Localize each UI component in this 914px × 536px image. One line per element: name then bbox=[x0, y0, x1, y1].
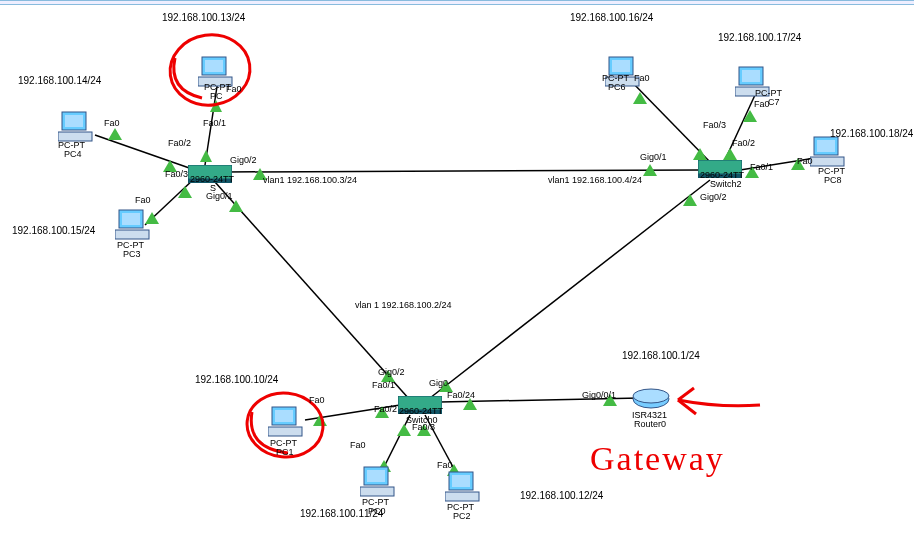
svg-rect-54 bbox=[742, 70, 760, 82]
name-sw2: Switch2 bbox=[710, 179, 742, 189]
svg-marker-14 bbox=[200, 150, 212, 162]
port-sw2-fa01: Fa0/1 bbox=[750, 162, 773, 172]
ip-pc8: 192.168.100.18/24 bbox=[830, 128, 913, 139]
vlan-sw2: vlan1 192.168.100.4/24 bbox=[548, 175, 642, 185]
svg-marker-31 bbox=[313, 414, 327, 426]
ip-pc6: 192.168.100.16/24 bbox=[570, 12, 653, 23]
pc-icon-pc8[interactable] bbox=[810, 135, 846, 169]
port-s-gig01: Gig0/1 bbox=[206, 191, 233, 201]
svg-marker-18 bbox=[178, 186, 192, 198]
svg-line-7 bbox=[725, 95, 755, 160]
svg-marker-13 bbox=[210, 100, 222, 112]
port-sw2-gig01: Gig0/1 bbox=[640, 152, 667, 162]
svg-rect-64 bbox=[360, 487, 394, 496]
svg-marker-21 bbox=[229, 200, 243, 212]
vlan-sw0: vlan 1 192.168.100.2/24 bbox=[355, 300, 452, 310]
svg-rect-67 bbox=[445, 492, 479, 501]
name-c7: C7 bbox=[768, 97, 780, 107]
name-pc0: PC0 bbox=[368, 506, 386, 516]
ip-pc1: 192.168.100.10/24 bbox=[195, 374, 278, 385]
svg-line-2 bbox=[145, 178, 195, 225]
port-sw0-fa03: Fa0/3 bbox=[412, 422, 435, 432]
port-pc8-fa0: Fa0 bbox=[797, 156, 813, 166]
svg-rect-58 bbox=[810, 157, 844, 166]
port-sw0-gig02: Gig0/2 bbox=[378, 367, 405, 377]
svg-marker-34 bbox=[397, 424, 411, 436]
svg-rect-60 bbox=[275, 410, 293, 422]
port-pc3-fa0: Fa0 bbox=[135, 195, 151, 205]
ip-c7: 192.168.100.17/24 bbox=[718, 32, 801, 43]
port-sw0-fa02: Fa0/2 bbox=[374, 404, 397, 414]
name-pc6: PC6 bbox=[608, 82, 626, 92]
pc-icon-pc1[interactable] bbox=[268, 405, 304, 439]
pc-icon-pc3[interactable] bbox=[115, 208, 151, 242]
network-diagram-canvas: 192.168.100.13/24 192.168.100.14/24 192.… bbox=[0, 0, 914, 536]
port-s-fa02: Fa0/2 bbox=[168, 138, 191, 148]
top-border bbox=[0, 0, 914, 5]
port-pc2-fa0: Fa0 bbox=[437, 460, 453, 470]
port-sw0-fa024: Fa0/24 bbox=[447, 390, 475, 400]
port-sw0-fa01: Fa0/1 bbox=[372, 380, 395, 390]
svg-rect-61 bbox=[268, 427, 302, 436]
annotation-gateway: Gateway bbox=[590, 440, 725, 478]
svg-line-3 bbox=[225, 170, 700, 172]
svg-line-6 bbox=[628, 78, 710, 162]
svg-rect-45 bbox=[65, 115, 83, 127]
ip-pc4: 192.168.100.14/24 bbox=[18, 75, 101, 86]
svg-marker-25 bbox=[633, 92, 647, 104]
ip-pc3: 192.168.100.15/24 bbox=[12, 225, 95, 236]
port-sw2-fa02: Fa0/2 bbox=[732, 138, 755, 148]
svg-rect-57 bbox=[817, 140, 835, 152]
ip-router: 192.168.100.1/24 bbox=[622, 350, 700, 361]
svg-marker-20 bbox=[643, 164, 657, 176]
vlan-s: vlan1 192.168.100.3/24 bbox=[263, 175, 357, 185]
name-pc4: PC4 bbox=[64, 149, 82, 159]
port-s-fa03: Fa0/3 bbox=[165, 169, 188, 179]
port-sw0-gig0: Gig0 bbox=[429, 378, 448, 388]
svg-marker-15 bbox=[108, 128, 122, 140]
port-sw2-gig02: Gig0/2 bbox=[700, 192, 727, 202]
port-s-fa01: Fa0/1 bbox=[203, 118, 226, 128]
svg-marker-28 bbox=[723, 148, 737, 160]
port-pc1-fa0: Fa0 bbox=[309, 395, 325, 405]
name-pc2: PC2 bbox=[453, 511, 471, 521]
name-pc3: PC3 bbox=[123, 249, 141, 259]
port-router-gig001: Gig0/0/1 bbox=[582, 390, 616, 400]
svg-rect-48 bbox=[122, 213, 140, 225]
svg-marker-23 bbox=[683, 194, 697, 206]
port-pc6-fa0: Fa0 bbox=[634, 73, 650, 83]
svg-rect-51 bbox=[612, 60, 630, 72]
ip-pc2: 192.168.100.12/24 bbox=[520, 490, 603, 501]
name-pc-top: PC bbox=[210, 91, 223, 101]
svg-rect-49 bbox=[115, 230, 149, 239]
router-icon-router0[interactable] bbox=[632, 388, 670, 408]
svg-rect-63 bbox=[367, 470, 385, 482]
port-pc0-fa0: Fa0 bbox=[350, 440, 366, 450]
port-s-gig02: Gig0/2 bbox=[230, 155, 257, 165]
name-pc1: PC1 bbox=[276, 447, 294, 457]
link-layer bbox=[0, 0, 914, 536]
svg-rect-66 bbox=[452, 475, 470, 487]
port-sw2-fa03: Fa0/3 bbox=[703, 120, 726, 130]
pc-icon-pc2[interactable] bbox=[445, 470, 481, 504]
pc-icon-pc4[interactable] bbox=[58, 110, 94, 144]
port-c7-fa0: Fa0 bbox=[754, 99, 770, 109]
name-router: Router0 bbox=[634, 419, 666, 429]
svg-point-75 bbox=[633, 389, 669, 403]
svg-marker-26 bbox=[693, 148, 707, 160]
svg-line-5 bbox=[430, 180, 710, 398]
ip-pc-top: 192.168.100.13/24 bbox=[162, 12, 245, 23]
name-pc8: PC8 bbox=[824, 175, 842, 185]
port-pc4-fa0: Fa0 bbox=[104, 118, 120, 128]
pc-icon-pc0[interactable] bbox=[360, 465, 396, 499]
svg-rect-42 bbox=[205, 60, 223, 72]
svg-marker-27 bbox=[743, 110, 757, 122]
port-top-fa0: Fa0 bbox=[226, 84, 242, 94]
